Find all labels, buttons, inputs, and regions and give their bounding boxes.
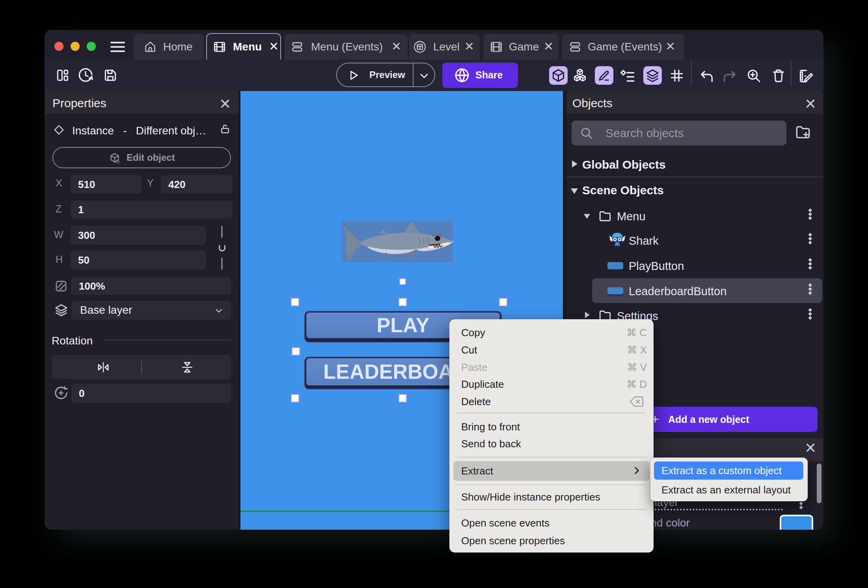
svg-text:2D: 2D [115,160,120,164]
